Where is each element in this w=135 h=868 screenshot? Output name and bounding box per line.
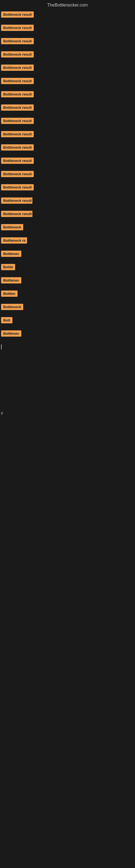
small-char: p [1,411,3,415]
badge-3: Bottleneck result [1,38,34,44]
row-17: Bottleneck [0,222,24,236]
badge-1: Bottleneck result [1,11,34,18]
badge-23: Bottleneck [1,304,23,310]
empty-space-1 [0,355,135,409]
row-24: Bott [0,315,12,329]
row-16: Bottleneck result [0,209,32,222]
row-18: Bottleneck re [0,236,27,249]
row-6: Bottleneck result [0,76,135,90]
badge-17: Bottleneck [1,224,23,230]
row-23: Bottleneck [0,302,23,315]
cursor-line [1,344,2,349]
row-21: Bottlenec [0,276,21,289]
badge-12: Bottleneck result [1,158,34,164]
row-10: Bottleneck result [0,129,135,143]
row-1: Bottleneck result [0,10,135,23]
row-9: Bottleneck result [0,116,135,129]
row-12: Bottleneck result [0,156,135,169]
page-container: TheBottlenecker.com Bottleneck result Bo… [0,0,135,868]
small-char-area: p [0,409,135,416]
badge-6: Bottleneck result [1,78,34,84]
badge-22: Bottlen [1,290,17,297]
badge-18: Bottleneck re [1,237,27,244]
row-19: Bottlenec [0,249,21,262]
row-15: Bottleneck result [0,196,32,209]
badge-16: Bottleneck result [1,211,32,217]
badge-15: Bottleneck result [1,197,32,204]
badge-4: Bottleneck result [1,51,34,58]
badge-10: Bottleneck result [1,131,34,137]
site-title: TheBottlenecker.com [0,0,135,10]
badge-20: Bottle [1,264,15,270]
badge-8: Bottleneck result [1,104,34,111]
badge-7: Bottleneck result [1,91,34,97]
badge-14: Bottleneck result [1,184,34,190]
badge-11: Bottleneck result [1,144,34,151]
row-2: Bottleneck result [0,23,135,36]
row-4: Bottleneck result [0,50,135,63]
badge-21: Bottlenec [1,277,21,283]
badge-25: Bottlenec [1,330,21,337]
badge-13: Bottleneck result [1,171,34,177]
row-14: Bottleneck result [0,183,135,196]
row-3: Bottleneck result [0,36,135,50]
badge-19: Bottlenec [1,251,21,257]
row-5: Bottleneck result [0,63,135,76]
badge-2: Bottleneck result [1,25,34,31]
row-25: Bottlenec [0,329,21,342]
row-20: Bottle [0,262,15,276]
row-11: Bottleneck result [0,143,135,156]
row-13: Bottleneck result [0,169,135,183]
badge-5: Bottleneck result [1,65,34,71]
row-22: Bottlen [0,289,18,302]
badge-24: Bott [1,317,12,323]
badge-9: Bottleneck result [1,118,34,124]
cursor-area [0,342,135,355]
row-7: Bottleneck result [0,90,135,103]
row-8: Bottleneck result [0,103,135,116]
empty-space-2 [0,416,135,552]
